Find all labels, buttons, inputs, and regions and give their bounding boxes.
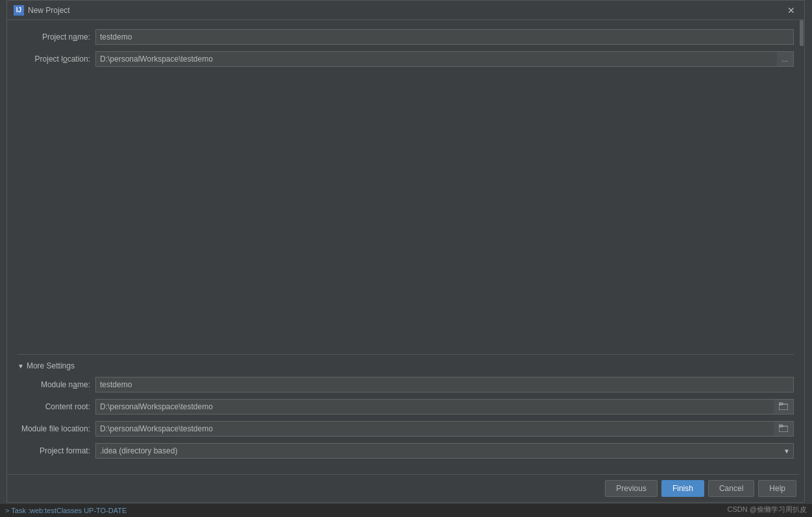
dialog-overlay: > Task :web:testClasses UP-TO-DATE IJ Ne…: [0, 0, 812, 517]
content-root-browse-button[interactable]: [774, 399, 794, 415]
content-root-label: Content root:: [18, 402, 95, 411]
module-file-location-input[interactable]: [95, 421, 774, 437]
project-name-label: Project name:: [18, 32, 95, 42]
new-project-dialog: IJ New Project ✕ Project name: Project l…: [6, 0, 805, 503]
scrollbar-thumb: [800, 20, 804, 46]
project-format-select[interactable]: .idea (directory based) .ipr (file based…: [95, 443, 794, 459]
project-format-row: Project format: .idea (directory based) …: [18, 443, 794, 459]
project-location-field-group: ...: [95, 51, 794, 67]
project-location-row: Project location: ...: [18, 51, 794, 67]
project-format-label: Project format:: [18, 446, 95, 455]
content-root-input[interactable]: [95, 399, 774, 415]
module-file-location-label: Module file location:: [18, 424, 95, 433]
project-name-input[interactable]: [95, 29, 794, 45]
help-button[interactable]: Help: [758, 480, 796, 497]
more-settings-header[interactable]: ▼ More Settings: [18, 361, 794, 370]
dialog-title: New Project: [28, 6, 785, 15]
finish-button[interactable]: Finish: [661, 480, 704, 497]
project-location-browse-button[interactable]: ...: [777, 51, 794, 67]
collapse-arrow-icon: ▼: [18, 363, 24, 370]
module-name-input[interactable]: [95, 377, 794, 392]
project-name-row: Project name:: [18, 29, 794, 45]
dialog-close-button[interactable]: ✕: [785, 4, 798, 17]
dialog-footer: Previous Finish Cancel Help: [7, 474, 804, 502]
module-file-location-field-group: [95, 421, 794, 437]
previous-button[interactable]: Previous: [605, 480, 658, 497]
more-settings-section: ▼ More Settings Module name: Content roo…: [18, 354, 794, 465]
project-format-select-wrapper: .idea (directory based) .ipr (file based…: [95, 443, 794, 459]
module-file-location-row: Module file location:: [18, 421, 794, 437]
dialog-scrollbar[interactable]: [799, 20, 804, 502]
module-name-label: Module name:: [18, 380, 95, 389]
terminal-bar: > Task :web:testClasses UP-TO-DATE: [0, 504, 812, 517]
watermark: CSDN @偷懒学习周扒皮: [728, 505, 807, 514]
terminal-text: > Task :web:testClasses UP-TO-DATE: [5, 507, 127, 514]
more-settings-title: More Settings: [27, 361, 75, 370]
content-root-row: Content root:: [18, 399, 794, 415]
module-name-row: Module name:: [18, 377, 794, 392]
dialog-titlebar: IJ New Project ✕: [7, 1, 804, 20]
project-location-label: Project location:: [18, 54, 95, 64]
project-location-input[interactable]: [95, 51, 777, 67]
module-file-location-browse-button[interactable]: [774, 421, 794, 437]
middle-spacer: [18, 73, 794, 348]
dialog-body: Project name: Project location: ...: [7, 20, 804, 474]
dialog-app-icon: IJ: [14, 5, 24, 16]
content-root-field-group: [95, 399, 794, 415]
cancel-button[interactable]: Cancel: [708, 480, 754, 497]
